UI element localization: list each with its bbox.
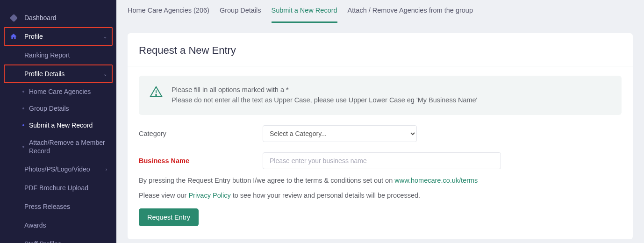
sidebar-item-pdf-brochure[interactable]: PDF Brochure Upload (0, 179, 116, 197)
sidebar-item-ranking-report[interactable]: Ranking Report (0, 46, 116, 64)
page-title: Request a New Entry (139, 44, 622, 57)
category-label: Category (139, 130, 263, 137)
field-business-name: Business Name (139, 152, 622, 169)
sidebar-label: Attach/Remove a Member Record (22, 138, 107, 155)
privacy-prefix: Please view our (139, 192, 188, 199)
home-icon (9, 32, 18, 41)
warning-icon (149, 85, 163, 99)
sidebar-item-profile-details[interactable]: Profile Details ⌄ (4, 64, 113, 83)
main-content: Home Care Agencies (206) Group Details S… (116, 0, 644, 243)
sidebar-sub-home-care-agencies[interactable]: Home Care Agencies (0, 83, 116, 100)
sidebar-label: Awards (24, 222, 107, 229)
chevron-down-icon: ⌄ (103, 71, 107, 77)
privacy-policy-link[interactable]: Privacy Policy (188, 192, 230, 199)
sidebar-label: Ranking Report (24, 51, 107, 59)
svg-point-2 (156, 94, 157, 95)
tab-attach-remove[interactable]: Attach / Remove Agencies from the group (348, 7, 473, 23)
terms-line: By pressing the Request Entry button I/w… (139, 177, 622, 184)
spacer-icon (9, 165, 18, 173)
sidebar: Dashboard Profile ⌄ Ranking Report Profi… (0, 0, 116, 243)
sidebar-label: Home Care Agencies (22, 88, 107, 95)
request-entry-button[interactable]: Request Entry (139, 208, 199, 226)
sidebar-label: Press Releases (24, 203, 107, 210)
terms-link[interactable]: www.homecare.co.uk/terms (394, 177, 478, 184)
sidebar-label: Photos/PS/Logo/Video (24, 165, 103, 173)
field-category: Category Select a Category... (139, 125, 622, 142)
tab-group-details[interactable]: Group Details (220, 7, 261, 23)
sidebar-item-photos[interactable]: Photos/PS/Logo/Video › (0, 160, 116, 179)
sidebar-label: Dashboard (24, 14, 107, 21)
panel-request-entry: Request a New Entry Please fill in all o… (128, 33, 633, 239)
sidebar-sub-submit-new-record[interactable]: Submit a New Record (0, 117, 116, 134)
sidebar-item-staff-profiles[interactable]: Staff Profiles (0, 235, 116, 243)
business-name-label: Business Name (139, 157, 263, 164)
sidebar-sub-group-details[interactable]: Group Details (0, 100, 116, 117)
category-select[interactable]: Select a Category... (263, 125, 417, 142)
chevron-right-icon: › (106, 167, 107, 172)
divider (128, 66, 633, 66)
tabs: Home Care Agencies (206) Group Details S… (116, 0, 644, 23)
spacer-icon (9, 240, 18, 243)
alert-line: Please do not enter all the text as Uppe… (172, 95, 477, 106)
sidebar-label: Submit a New Record (22, 122, 107, 129)
alert-box: Please fill in all options marked with a… (139, 76, 622, 115)
sidebar-item-awards[interactable]: Awards (0, 216, 116, 235)
dashboard-icon (9, 14, 18, 22)
spacer-icon (9, 202, 18, 211)
spacer-icon (9, 70, 18, 78)
sidebar-item-profile[interactable]: Profile ⌄ (4, 27, 113, 46)
alert-text: Please fill in all options marked with a… (172, 85, 477, 106)
sidebar-label: Group Details (22, 105, 107, 112)
sidebar-label: Profile (24, 33, 100, 40)
spacer-icon (9, 221, 18, 229)
sidebar-sub-attach-remove[interactable]: Attach/Remove a Member Record (0, 134, 116, 160)
sidebar-item-dashboard[interactable]: Dashboard (0, 8, 116, 27)
alert-line: Please fill in all options marked with a… (172, 85, 477, 95)
sidebar-label: Profile Details (24, 70, 100, 78)
tab-submit-new-record[interactable]: Submit a New Record (272, 7, 337, 23)
svg-rect-0 (10, 14, 17, 21)
privacy-suffix: to see how your review and personal deta… (231, 192, 420, 199)
tab-home-care-agencies[interactable]: Home Care Agencies (206) (128, 7, 209, 23)
privacy-line: Please view our Privacy Policy to see ho… (139, 192, 622, 199)
chevron-down-icon: ⌄ (103, 34, 107, 39)
business-name-input[interactable] (263, 152, 501, 169)
spacer-icon (9, 51, 18, 59)
sidebar-item-press-releases[interactable]: Press Releases (0, 197, 116, 216)
sidebar-label: Staff Profiles (24, 240, 107, 243)
terms-prefix: By pressing the Request Entry button I/w… (139, 177, 394, 184)
spacer-icon (9, 184, 18, 192)
sidebar-label: PDF Brochure Upload (24, 184, 107, 192)
